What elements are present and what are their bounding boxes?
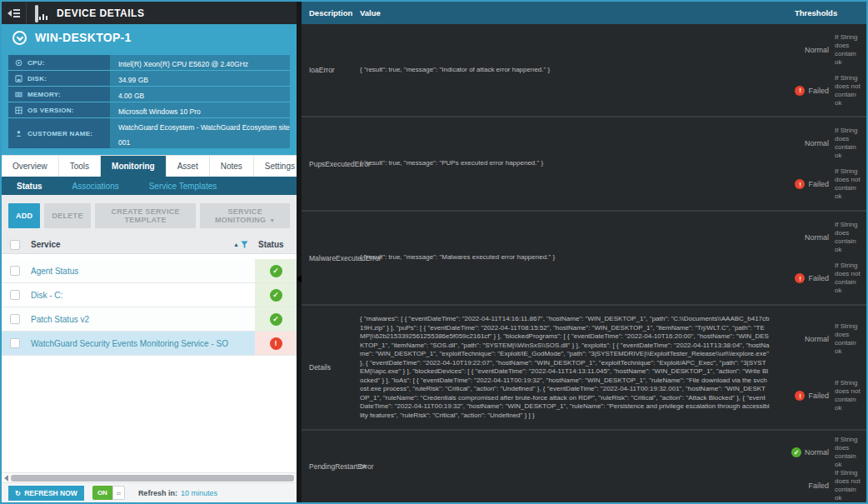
service-row-agent-status[interactable]: Agent Status [2,259,297,283]
threshold-condition: If String does not contain ok [835,379,865,412]
row-checkbox[interactable] [10,266,20,276]
threshold-failed: Failed If String does not contain ok [781,379,865,412]
chevron-down-circle-icon[interactable] [12,31,27,45]
threshold-condition: If String does not contain ok [835,469,865,502]
detail-row-ioaerror: IoaError { "result": true, "message": "I… [302,24,866,117]
device-info-row-os: OS VERSION: Microsoft Windows 10 Pro [8,102,290,118]
tab-tools[interactable]: Tools [59,156,101,177]
memory-icon [15,91,22,98]
subtab-associations[interactable]: Associations [57,182,134,191]
subtab-bar: Status Associations Service Templates [2,177,297,195]
info-label: CUSTOMER NAME: [27,130,92,137]
service-monitoring-label: SERVICE MONITORING [215,207,266,224]
device-info-row-cpu: CPU: Intel(R) Xeon(R) CPU E5620 @ 2.40GH… [8,55,290,71]
threshold-condition: If String does contain ok [835,436,865,469]
service-monitoring-dropdown[interactable]: SERVICE MONITORING▼ [200,203,290,228]
customer-person-icon [15,130,22,137]
threshold-state-label: Failed [808,87,829,95]
tab-bar: Overview Tools Monitoring Asset Notes Se… [2,155,297,177]
info-label: OS VERSION: [27,107,74,114]
os-version-value: Microsoft Windows 10 Pro [118,107,201,116]
tab-overview[interactable]: Overview [2,156,59,177]
threshold-failed: Failed If String does not contain ok [781,167,865,201]
thresholds-cell: Normal If String does contain ok Failed … [781,431,866,502]
info-label: MEMORY: [27,91,61,98]
threshold-failed-icon [795,179,805,189]
threshold-normal: Normal If String does contain ok [781,33,865,67]
customer-name-value: WatchGuard Ecosystem - WatchGuard Ecosys… [118,123,290,147]
service-link[interactable]: Patch Status v2 [20,315,255,324]
status-cell [255,259,297,282]
status-cell [255,332,297,355]
device-name: WIN-DESKTOP-1 [35,31,132,44]
threshold-failed-icon [795,273,805,283]
detail-description: PupsExecutedError [302,117,360,210]
row-checkbox[interactable] [10,290,20,300]
delete-button[interactable]: DELETE [44,203,90,228]
row-checkbox[interactable] [10,314,20,324]
filter-funnel-icon[interactable] [241,241,248,249]
refresh-in-label: Refresh in: [138,489,177,497]
toggle-knob[interactable] [112,486,125,500]
service-link[interactable]: Disk - C: [20,291,255,300]
collapse-sidebar-button[interactable] [2,2,27,24]
device-details-window: DEVICE DETAILS WIN-DESKTOP-1 CPU: Intel(… [0,0,868,504]
add-button[interactable]: ADD [8,203,40,228]
select-all-checkbox[interactable] [10,240,20,250]
threshold-failed: Failed If String does not contain ok [781,469,865,502]
sort-asc-icon[interactable]: ▲ [233,242,239,247]
threshold-condition: If String does not contain ok [835,167,865,201]
toggle-on-label: ON [92,486,112,500]
service-column-header: Service [31,240,61,249]
device-panel: DEVICE DETAILS WIN-DESKTOP-1 CPU: Intel(… [2,2,297,502]
service-row-watchguard-selected[interactable]: WatchGuard Security Events Monitoring Se… [2,332,297,356]
create-service-template-button[interactable]: CREATE SERVICE TEMPLATE [95,203,197,228]
cpu-value: Intel(R) Xeon(R) CPU E5620 @ 2.40GHz [118,60,248,68]
thresholds-cell: Normal If String does contain ok Failed … [781,24,866,116]
tab-notes[interactable]: Notes [210,156,254,177]
status-failed-icon [270,337,282,350]
row-checkbox[interactable] [10,338,20,348]
info-label: DISK: [27,75,47,82]
status-cell [255,283,297,307]
thresholds-cell: Normal If String does contain ok Failed … [781,117,866,210]
tab-asset[interactable]: Asset [167,156,210,177]
scroll-left-arrow-icon[interactable] [4,475,8,482]
panel-divider[interactable] [297,2,302,502]
tab-monitoring[interactable]: Monitoring [101,156,167,177]
threshold-state-label: Failed [808,392,829,400]
threshold-failed-icon [795,391,805,401]
service-link[interactable]: WatchGuard Security Events Monitoring Se… [20,339,255,348]
detail-value: { "result": true, "message": "Malwares e… [360,253,555,262]
subtab-status[interactable]: Status [2,182,57,191]
service-link[interactable]: Agent Status [20,267,255,276]
tab-settings[interactable]: Settings [254,156,297,177]
detail-value: { "result": true, "message": "PUPs execu… [360,159,543,168]
threshold-failed: Failed If String does not contain ok [781,74,865,107]
threshold-condition: If String does contain ok [835,127,865,160]
threshold-condition: If String does not contain ok [835,262,865,295]
panel-collapse-arrow-icon[interactable] [297,275,302,283]
threshold-condition: If String does contain ok [835,322,865,356]
scrollbar-thumb[interactable] [11,475,294,482]
disk-icon [15,75,22,82]
service-row-patch-status[interactable]: Patch Status v2 [2,307,297,332]
threshold-state-label: Normal [805,233,829,242]
horizontal-scrollbar[interactable] [2,472,297,482]
monitor-detail-rows: IoaError { "result": true, "message": "I… [302,24,866,502]
threshold-state-label: Normal [805,139,829,147]
refresh-now-button[interactable]: ↻ REFRESH NOW [8,486,84,501]
threshold-state-label: Normal [805,335,829,343]
subtab-service-templates[interactable]: Service Templates [134,182,232,191]
refresh-in-value: 10 minutes [181,489,217,497]
threshold-condition: If String does not contain ok [835,74,865,107]
detail-row-malwareexecutederror: MalwareExecutedError { "result": true, "… [302,212,866,306]
status-column-header: Status [255,240,297,249]
service-row-disk-c[interactable]: Disk - C: [2,283,297,307]
device-info-row-disk: DISK: 34.99 GB [8,71,290,87]
status-ok-icon [270,289,282,302]
monitor-detail-header: Description Value Thresholds [302,2,866,24]
auto-refresh-toggle[interactable]: ON [92,486,125,500]
service-list: Agent Status Disk - C: Patch Status v2 [2,259,297,472]
threshold-state-label: Failed [808,180,829,188]
